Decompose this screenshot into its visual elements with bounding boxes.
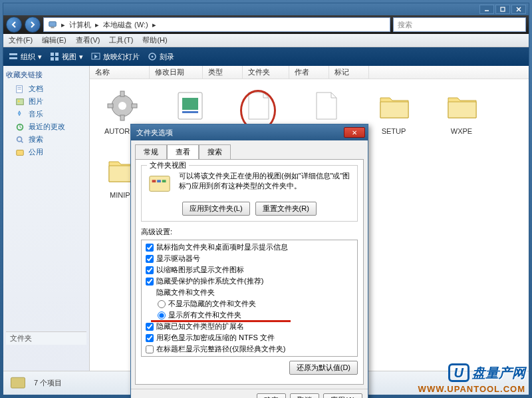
adv-option[interactable]: 隐藏已知文件类型的扩展名 (146, 321, 353, 332)
titlebar (3, 3, 529, 15)
svg-rect-3 (51, 27, 54, 29)
svg-rect-9 (55, 57, 59, 61)
sidebar-item-1[interactable]: 图片 (6, 95, 86, 108)
col-author[interactable]: 作者 (289, 66, 329, 79)
col-folder[interactable]: 文件夹 (243, 66, 289, 79)
sidebar-item-3[interactable]: 最近的更改 (6, 120, 86, 133)
adv-option[interactable]: 显示所有文件和文件夹 (146, 309, 353, 321)
forward-button[interactable] (25, 17, 41, 33)
svg-rect-6 (51, 53, 54, 56)
advanced-settings-list[interactable]: 鼠标指向文件夹和桌面项时显示提示信息显示驱动器号以缩略图形式显示文件图标隐藏受保… (141, 240, 358, 357)
checkbox[interactable] (146, 278, 154, 286)
fav-icon (15, 85, 25, 94)
adv-option[interactable]: 不显示隐藏的文件和文件夹 (146, 298, 353, 309)
search-input[interactable]: 搜索 (393, 17, 526, 32)
sidebar: 收藏夹链接 文档图片音乐最近的更改搜索公用 文件夹 (3, 66, 90, 371)
fav-icon (15, 97, 25, 106)
menu-tools[interactable]: 工具(T) (109, 35, 133, 45)
svg-rect-8 (51, 57, 54, 61)
checkbox[interactable] (146, 323, 154, 331)
svg-rect-5 (9, 57, 17, 59)
file-item[interactable]: SETUP (366, 87, 421, 135)
folder-view-group: 文件夹视图 可以将该文件夹正在使用的视图(例如"详细信息"或"图标")应用到所有… (141, 165, 358, 222)
blank-icon (307, 87, 344, 124)
dialog-title: 文件夹选项 (136, 128, 173, 138)
cancel-button[interactable]: 取消 (290, 393, 319, 398)
organize-icon (9, 52, 18, 61)
adv-option[interactable]: 隐藏受保护的操作系统文件(推荐) (146, 276, 353, 287)
minimize-button[interactable] (479, 5, 494, 14)
file-item[interactable]: WXPE (434, 87, 489, 135)
svg-rect-34 (157, 180, 161, 182)
sidebar-item-2[interactable]: 音乐 (6, 108, 86, 120)
col-type[interactable]: 类型 (203, 66, 243, 79)
checkbox[interactable] (146, 345, 154, 353)
folder-icon (375, 87, 412, 124)
adv-option[interactable]: 隐藏文件和文件夹 (146, 287, 353, 298)
tab-view[interactable]: 查看 (167, 144, 199, 159)
organize-button[interactable]: 组织 ▾ (9, 52, 42, 62)
adv-option[interactable]: 显示驱动器号 (146, 253, 353, 264)
svg-rect-31 (11, 377, 25, 388)
watermark-brand: U盘量产网 (448, 364, 525, 382)
breadcrumb-item[interactable]: 计算机 (69, 20, 91, 30)
status-icon (9, 374, 27, 393)
svg-rect-32 (150, 176, 170, 192)
ok-button[interactable]: 确定 (257, 393, 286, 398)
back-button[interactable] (6, 17, 22, 33)
burn-icon (148, 52, 157, 61)
col-name[interactable]: 名称 (90, 66, 150, 79)
dialog-tabs: 常规 查看 搜索 (131, 140, 368, 159)
col-tags[interactable]: 标记 (329, 66, 369, 79)
maximize-button[interactable] (495, 5, 510, 14)
apply-to-folders-button[interactable]: 应用到文件夹(L) (182, 202, 249, 216)
breadcrumb-item[interactable]: 本地磁盘 (W:) (103, 20, 148, 30)
menu-file[interactable]: 文件(F) (9, 35, 33, 45)
folder-icon (443, 87, 480, 124)
menu-help[interactable]: 帮助(H) (142, 35, 167, 45)
col-date[interactable]: 修改日期 (150, 66, 203, 79)
tab-general[interactable]: 常规 (135, 144, 167, 159)
sidebar-item-4[interactable]: 搜索 (6, 133, 86, 146)
slideshow-button[interactable]: 放映幻灯片 (91, 52, 140, 62)
breadcrumb-box[interactable]: ▸ 计算机 ▸ 本地磁盘 (W:) ▸ (43, 17, 390, 32)
sidebar-item-0[interactable]: 文档 (6, 83, 86, 95)
burn-button[interactable]: 刻录 (148, 52, 174, 62)
dialog-titlebar[interactable]: 文件夹选项 ✕ (131, 124, 368, 140)
fav-icon (15, 122, 25, 132)
svg-line-20 (21, 140, 23, 142)
adv-option[interactable]: 在单独的进程中打开文件夹窗口 (146, 355, 353, 357)
checkbox[interactable] (146, 357, 154, 357)
checkbox[interactable] (146, 255, 154, 263)
radio[interactable] (158, 311, 166, 319)
checkbox[interactable] (146, 334, 154, 342)
fav-icon (15, 135, 25, 144)
dialog-close-button[interactable]: ✕ (344, 127, 365, 138)
views-button[interactable]: 视图 ▾ (50, 52, 83, 62)
adv-option[interactable]: 用彩色显示加密或压缩的 NTFS 文件 (146, 332, 353, 343)
folders-tree-header[interactable]: 文件夹 (6, 331, 86, 345)
menu-edit[interactable]: 编辑(E) (42, 35, 66, 45)
apply-button[interactable]: 应用(A) (323, 393, 362, 398)
radio[interactable] (158, 300, 166, 308)
checkbox[interactable] (146, 266, 154, 274)
svg-rect-24 (120, 91, 124, 97)
adv-option[interactable]: 以缩略图形式显示文件图标 (146, 264, 353, 276)
app-icon (172, 87, 209, 124)
adv-option[interactable]: 在标题栏显示完整路径(仅限经典文件夹) (146, 343, 353, 355)
menu-view[interactable]: 查看(V) (76, 35, 100, 45)
annotation-underline (151, 320, 291, 322)
svg-rect-27 (132, 104, 137, 108)
sidebar-item-5[interactable]: 公用 (6, 146, 86, 158)
checkbox[interactable] (146, 244, 154, 252)
fav-icon (15, 110, 25, 119)
svg-rect-35 (162, 180, 166, 182)
reset-folders-button[interactable]: 重置文件夹(R) (255, 202, 317, 216)
restore-defaults-button[interactable]: 还原为默认值(D) (289, 361, 358, 375)
svg-rect-7 (55, 53, 59, 56)
favorites-header: 收藏夹链接 (6, 70, 86, 80)
adv-option[interactable]: 鼠标指向文件夹和桌面项时显示提示信息 (146, 242, 353, 253)
close-button[interactable] (511, 5, 526, 14)
folder-view-text: 可以将该文件夹正在使用的视图(例如"详细信息"或"图标")应用到所有这种类型的文… (179, 171, 352, 192)
tab-search[interactable]: 搜索 (199, 144, 231, 159)
